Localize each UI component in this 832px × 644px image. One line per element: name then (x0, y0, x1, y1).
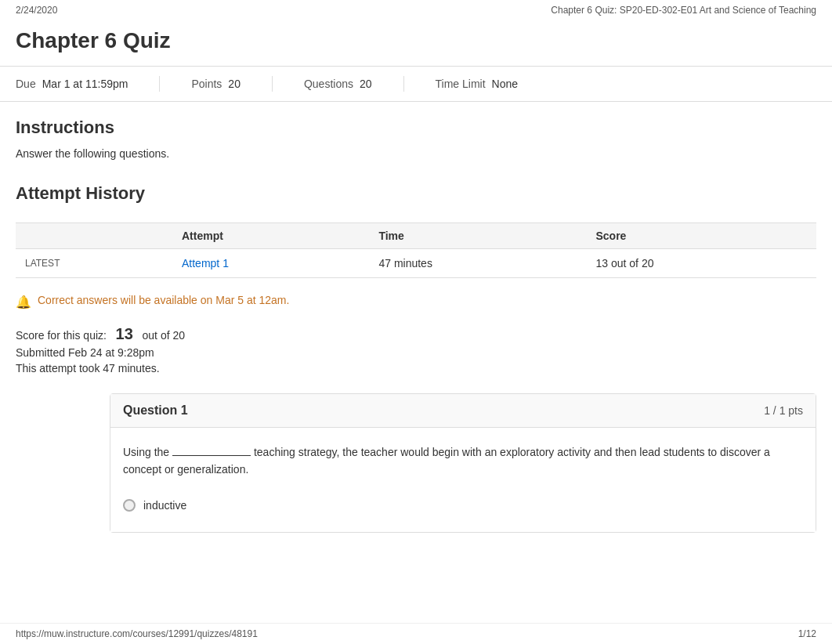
instructions-title: Instructions (0, 118, 832, 147)
time-limit-label: Time Limit (436, 78, 486, 90)
attempt-history-title: Attempt History (16, 183, 816, 213)
answer-option-inductive: inductive (123, 494, 803, 516)
meta-divider-3 (403, 76, 404, 92)
score-line: Score for this quiz: 13 out of 20 (16, 325, 816, 343)
question-1-header: Question 1 1 / 1 pts (110, 394, 816, 428)
top-bar-course-title: Chapter 6 Quiz: SP20-ED-302-E01 Art and … (551, 5, 816, 16)
score-number: 13 (116, 325, 133, 342)
row-time: 47 minutes (369, 249, 586, 278)
score-section: Score for this quiz: 13 out of 20 Submit… (0, 325, 832, 393)
points-label: Points (191, 78, 222, 90)
questions-label: Questions (304, 78, 353, 90)
due-value: Mar 1 at 11:59pm (42, 78, 128, 90)
meta-points: Points 20 (191, 78, 241, 90)
row-label: LATEST (16, 249, 172, 278)
meta-questions: Questions 20 (304, 78, 372, 90)
attempt-history-section: Attempt History Attempt Time Score LATES… (0, 183, 832, 278)
footer-url: https://muw.instructure.com/courses/1299… (16, 628, 258, 639)
question-1-title: Question 1 (123, 403, 188, 418)
question-1-text: Using the teaching strategy, the teacher… (123, 443, 803, 479)
row-score: 13 out of 20 (587, 249, 817, 278)
col-header-score: Score (587, 223, 817, 249)
top-bar-date: 2/24/2020 (16, 5, 57, 16)
footer-page: 1/12 (798, 628, 816, 639)
question-1-points: 1 / 1 pts (764, 404, 803, 417)
col-header-attempt: Attempt (172, 223, 369, 249)
meta-bar: Due Mar 1 at 11:59pm Points 20 Questions… (0, 66, 832, 102)
attempt-table: Attempt Time Score LATEST Attempt 1 47 m… (16, 223, 816, 278)
question-1-body: Using the teaching strategy, the teacher… (110, 428, 816, 532)
col-header-time: Time (369, 223, 586, 249)
due-label: Due (16, 78, 36, 90)
question-1-card: Question 1 1 / 1 pts Using the teaching … (110, 393, 816, 533)
instructions-text: Answer the following questions. (0, 147, 832, 183)
meta-divider-1 (159, 76, 160, 92)
col-header-empty (16, 223, 172, 249)
row-attempt[interactable]: Attempt 1 (172, 249, 369, 278)
questions-value: 20 (360, 78, 372, 90)
meta-time-limit: Time Limit None (436, 78, 519, 90)
notice-icon: 🔔 (16, 295, 31, 309)
meta-due: Due Mar 1 at 11:59pm (16, 78, 128, 90)
question-1-blank (172, 455, 251, 456)
table-row: LATEST Attempt 1 47 minutes 13 out of 20 (16, 249, 816, 278)
meta-divider-2 (272, 76, 273, 92)
score-label: Score for this quiz: (16, 329, 107, 342)
attempt-link[interactable]: Attempt 1 (182, 257, 229, 270)
page-title: Chapter 6 Quiz (0, 20, 832, 66)
answer-text-inductive: inductive (143, 499, 186, 512)
notice-text: Correct answers will be available on Mar… (38, 294, 289, 306)
score-duration: This attempt took 47 minutes. (16, 362, 816, 374)
time-limit-value: None (492, 78, 518, 90)
points-value: 20 (228, 78, 241, 90)
score-submitted: Submitted Feb 24 at 9:28pm (16, 346, 816, 359)
score-out-of: out of 20 (143, 329, 186, 342)
radio-inductive (123, 499, 136, 512)
bottom-bar: https://muw.instructure.com/courses/1299… (0, 623, 832, 644)
top-bar: 2/24/2020 Chapter 6 Quiz: SP20-ED-302-E0… (0, 0, 832, 20)
notice-box: 🔔 Correct answers will be available on M… (16, 294, 816, 309)
